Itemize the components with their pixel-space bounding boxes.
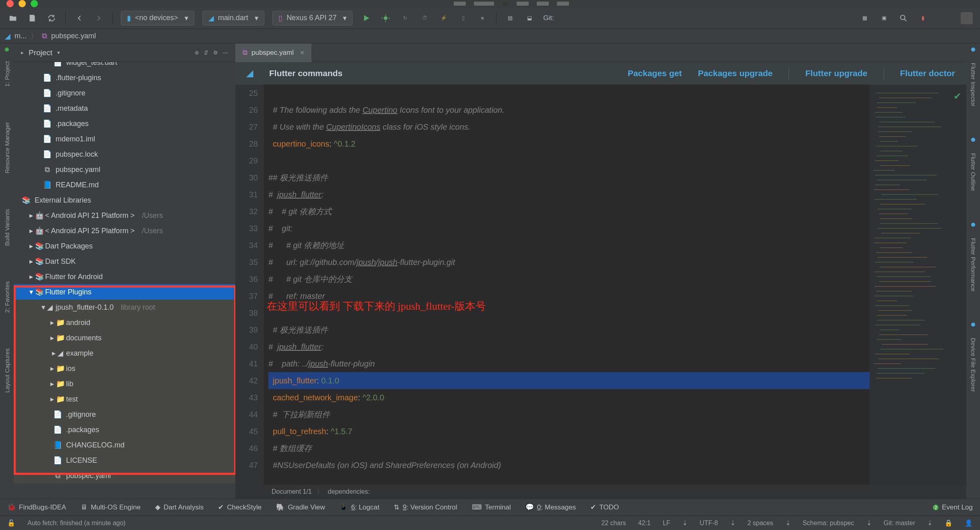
code-line[interactable]: # The following adds the Cupertino Icons… — [268, 101, 870, 118]
code-minimap[interactable]: ✔ — [870, 85, 966, 485]
left-gutter-item[interactable]: 1: Project — [4, 61, 10, 87]
tree-item[interactable]: ▸ 📁ios — [14, 361, 235, 376]
code-line[interactable]: # 下拉刷新组件 — [268, 406, 870, 423]
code-line[interactable]: # git: — [268, 220, 870, 237]
tree-item[interactable]: ▸ 📚Dart Packages — [14, 238, 235, 254]
tree-item[interactable]: ▸ 📁lib — [14, 376, 235, 391]
memory-indicator-icon[interactable]: ▮ — [917, 12, 928, 24]
avd-icon[interactable]: ▧ — [505, 12, 516, 24]
project-tree[interactable]: 📄widget_test.dart📄.flutter-plugins📄.giti… — [14, 62, 235, 499]
left-gutter-item[interactable]: Build Variants — [4, 209, 10, 246]
tree-item[interactable]: 📄.packages — [14, 422, 235, 437]
forward-icon[interactable] — [93, 12, 104, 24]
status-encoding[interactable]: UTF-8 — [700, 520, 718, 527]
tree-item[interactable]: 📄.gitignore — [14, 407, 235, 422]
tool-window-button[interactable]: ✔CheckStyle — [218, 503, 262, 511]
code-line[interactable]: pull_to_refresh: ^1.5.7 — [268, 423, 870, 440]
project-view-label[interactable]: Project — [29, 48, 52, 57]
code-line[interactable]: cupertino_icons: ^0.1.2 — [268, 135, 870, 152]
code-line[interactable]: # # git 依赖方式 — [268, 203, 870, 220]
tree-item[interactable]: ▸ 🤖< Android API 25 Platform >/Users — [14, 223, 235, 238]
tree-item[interactable]: ▸ ◢example — [14, 346, 235, 361]
collapse-icon[interactable]: ⇵ — [204, 50, 208, 56]
tree-item[interactable]: 📘README.md — [14, 177, 235, 193]
tool-window-button[interactable]: 📱6: Logcat — [339, 503, 379, 511]
tool-window-button[interactable]: 🐘Gradle View — [276, 503, 325, 511]
code-line[interactable]: # # git 仓库中的分支 — [268, 271, 870, 288]
status-line-ending[interactable]: LF — [663, 520, 671, 527]
tab-pubspec[interactable]: ⧉ pubspec.yaml × — [235, 43, 311, 62]
left-gutter-item[interactable]: Layout Captures — [4, 348, 10, 393]
device-selector[interactable]: ▮<no devices>▾ — [121, 11, 194, 25]
code-line[interactable]: # path: ../jpush-flutter-plugin — [268, 355, 870, 372]
code-line[interactable]: # jpush_flutter: — [268, 338, 870, 355]
status-position[interactable]: 42:1 — [638, 520, 651, 527]
status-indent[interactable]: 2 spaces — [747, 520, 773, 527]
tree-item[interactable]: 📄LICENSE — [14, 453, 235, 468]
tree-item[interactable]: 📄mdemo1.iml — [14, 131, 235, 147]
back-icon[interactable] — [74, 12, 85, 24]
code-line[interactable]: # # git 依赖的地址 — [268, 237, 870, 254]
left-gutter-item[interactable]: Resource Manager — [4, 122, 10, 174]
right-gutter-item[interactable]: Flutter Performance — [970, 238, 977, 292]
tree-item[interactable]: 📚External Libraries — [14, 193, 235, 208]
tool-window-button[interactable]: ⇅9: Version Control — [394, 503, 457, 511]
flutter-upgrade-link[interactable]: Flutter upgrade — [805, 68, 867, 78]
tree-item[interactable]: 📄pubspec.lock — [14, 147, 235, 162]
right-gutter-item[interactable]: Flutter Inspector — [970, 63, 977, 106]
packages-upgrade-link[interactable]: Packages upgrade — [698, 68, 773, 78]
coverage-icon[interactable]: ↻ — [399, 12, 411, 24]
status-notification-icon[interactable]: 👤 — [965, 519, 973, 527]
tree-item[interactable]: ▸ 🤖< Android API 21 Platform >/Users — [14, 208, 235, 223]
status-padlock-icon[interactable]: 🔒 — [945, 519, 953, 527]
right-gutter-item[interactable]: Device File Explorer — [970, 338, 977, 392]
tool-window-button[interactable]: ⌨Terminal — [472, 503, 511, 511]
run-config-selector[interactable]: ◢main.dart▾ — [202, 11, 264, 25]
right-gutter-item[interactable]: Flutter Outline — [970, 153, 977, 191]
tree-item[interactable]: 📄.flutter-plugins — [14, 70, 235, 85]
tree-item[interactable]: 📄.packages — [14, 116, 235, 131]
tree-item[interactable]: ▸ 📚Flutter for Android — [14, 269, 235, 284]
flutter-doctor-link[interactable]: Flutter doctor — [900, 68, 955, 78]
tool-window-button[interactable]: ✔TODO — [590, 503, 619, 511]
terminal-icon[interactable]: ▣ — [878, 12, 890, 24]
code-line[interactable]: #NSUserDefaults (on iOS) and SharedPrefe… — [268, 457, 870, 474]
hot-reload-icon[interactable]: ⚡ — [438, 12, 449, 24]
code-line[interactable] — [268, 85, 870, 101]
status-schema[interactable]: Schema: pubspec — [803, 520, 854, 527]
sync-icon[interactable] — [46, 12, 57, 24]
minimize-window-icon[interactable] — [19, 0, 26, 7]
tool-window-button[interactable]: 🖥Multi-OS Engine — [81, 503, 141, 511]
status-git[interactable]: Git: master — [884, 520, 915, 527]
code-line[interactable]: ## 极光推送插件 — [268, 169, 870, 186]
settings-icon[interactable]: ⚙ — [213, 50, 218, 56]
event-log-button[interactable]: 2Event Log — [933, 503, 973, 511]
hide-icon[interactable]: — — [223, 50, 228, 56]
avatar-icon[interactable] — [961, 12, 973, 24]
left-gutter-item[interactable]: 2: Favorites — [4, 281, 10, 313]
tool-window-button[interactable]: ◆Dart Analysis — [155, 503, 203, 511]
attach-icon[interactable]: ▯ — [457, 12, 469, 24]
tree-item[interactable]: ▸ 📁test — [14, 391, 235, 407]
code-editor[interactable]: 2526272829303132333435363738394041424344… — [235, 85, 966, 485]
tool-window-button[interactable]: 💬0: Messages — [525, 503, 576, 511]
tree-item[interactable]: 📘CHANGELOG.md — [14, 437, 235, 453]
breadcrumb-project[interactable]: m... — [15, 32, 27, 40]
tree-item[interactable]: ▾ ◢jpush_flutter-0.1.0library root — [14, 300, 235, 315]
close-tab-icon[interactable]: × — [300, 49, 304, 57]
code-line[interactable] — [268, 152, 870, 169]
packages-get-link[interactable]: Packages get — [628, 68, 682, 78]
code-line[interactable]: cached_network_image: ^2.0.0 — [268, 389, 870, 406]
code-line[interactable]: # 极光推送插件 — [268, 321, 870, 338]
code-line[interactable]: # url: git://github.com/jpush/jpush-flut… — [268, 254, 870, 271]
stop-icon[interactable]: ■ — [477, 12, 488, 24]
tree-item[interactable]: 📄widget_test.dart — [14, 62, 235, 70]
emulator-selector[interactable]: ▯Nexus 6 API 27▾ — [272, 11, 353, 25]
maximize-window-icon[interactable] — [31, 0, 38, 7]
tree-item[interactable]: ▸ 📚Dart SDK — [14, 254, 235, 269]
code-line[interactable]: # 数组缓存 — [268, 440, 870, 457]
search-icon[interactable] — [898, 12, 909, 24]
profile-icon[interactable]: ⏱ — [419, 12, 430, 24]
save-icon[interactable] — [27, 12, 38, 24]
tree-item[interactable]: ⧉pubspec.yaml — [14, 162, 235, 177]
